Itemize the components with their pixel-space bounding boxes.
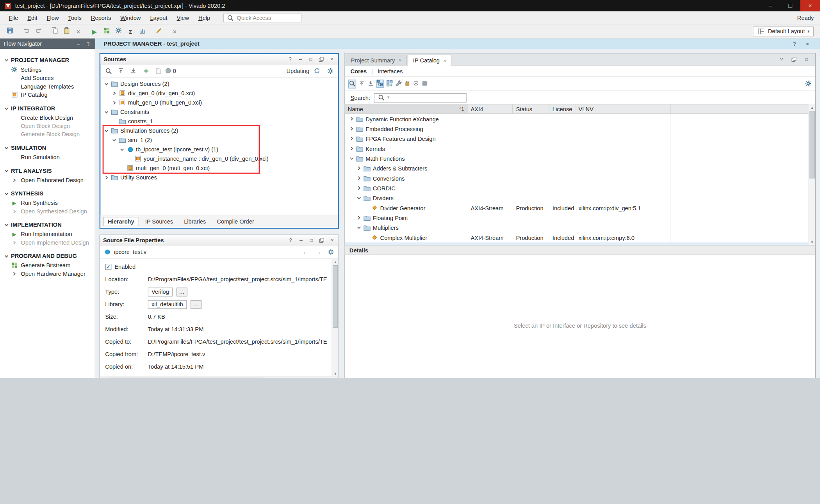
help-icon[interactable]: ? — [85, 40, 91, 47]
subtab-interfaces[interactable]: Interfaces — [378, 68, 403, 74]
scroll-up-arrow[interactable]: ▲ — [809, 104, 815, 110]
flownav-section-header[interactable]: IP INTEGRATOR — [0, 103, 95, 114]
sources-tree-item-mult-gen-0-mult-gen-0-xci[interactable]: mult_gen_0 (mult_gen_0.xci) — [100, 163, 338, 173]
catalog-row-multipliers[interactable]: Multipliers — [345, 223, 809, 232]
flownav-item-run-implementation[interactable]: ▶Run Implementation — [0, 230, 95, 238]
help-icon[interactable]: ? — [790, 39, 799, 48]
float-icon[interactable] — [318, 56, 324, 62]
close-tab-icon[interactable]: × — [443, 57, 446, 63]
flownav-section-header[interactable]: PROGRAM AND DEBUG — [0, 251, 95, 261]
chevron-right-icon[interactable] — [356, 186, 361, 190]
menu-icon[interactable]: ≡ — [75, 40, 82, 47]
menu-edit[interactable]: Edit — [23, 13, 42, 22]
run-icon[interactable]: ▶ — [89, 27, 101, 37]
float-icon[interactable] — [790, 55, 798, 63]
chevron-down-icon[interactable] — [103, 110, 109, 114]
copy-icon[interactable] — [48, 25, 61, 36]
delete-icon[interactable]: × — [72, 27, 84, 37]
flownav-item-settings[interactable]: Settings — [0, 65, 95, 74]
maximize-icon[interactable]: □ — [308, 56, 314, 62]
collapse-all-icon[interactable] — [116, 66, 126, 76]
chart-icon[interactable] — [136, 25, 148, 36]
gear-icon[interactable] — [325, 66, 335, 76]
add-icon[interactable] — [141, 66, 151, 76]
catalog-row-adders-subtracters[interactable]: Adders & Subtracters — [345, 163, 809, 173]
chevron-down-icon[interactable] — [349, 156, 354, 161]
chevron-right-icon[interactable] — [349, 126, 354, 131]
expand-all-icon[interactable] — [128, 66, 139, 76]
redo-icon[interactable] — [32, 25, 45, 36]
refresh-icon[interactable] — [312, 66, 323, 76]
enabled-checkbox[interactable]: ✓ — [105, 264, 111, 270]
undo-icon[interactable] — [20, 25, 32, 36]
flownav-item-run-simulation[interactable]: Run Simulation — [0, 153, 95, 161]
tab-hierarchy[interactable]: Hierarchy — [103, 217, 139, 226]
sources-tree-item-simulation-sources-2[interactable]: Simulation Sources (2) — [100, 126, 338, 135]
tab-project-summary[interactable]: Project Summary× — [346, 55, 407, 65]
tab-compile-order[interactable]: Compile Order — [212, 217, 258, 226]
sources-tree-item-tb-ipcore-test-ipcore-test-v-1[interactable]: tb_ipcore_test (ipcore_test.v) (1) — [100, 145, 338, 154]
flownav-section-header[interactable]: SYNTHESIS — [0, 188, 95, 199]
chevron-right-icon[interactable] — [356, 166, 361, 170]
more-button[interactable]: … — [190, 300, 201, 309]
add-ip-icon[interactable] — [387, 80, 393, 88]
catalog-row-divider-generator[interactable]: Divider GeneratorAXI4-StreamProductionIn… — [345, 203, 809, 213]
help-icon[interactable]: ? — [287, 237, 294, 243]
collapse-all-icon[interactable] — [359, 80, 365, 87]
flownav-item-open-block-design[interactable]: Open Block Design — [0, 122, 95, 130]
scrollbar-thumb[interactable] — [107, 378, 263, 378]
subtab-cores[interactable]: Cores — [351, 68, 367, 74]
catalog-row-complex-multiplier[interactable]: Complex MultiplierAXI4-StreamProductionI… — [345, 232, 809, 242]
chevron-right-icon[interactable] — [349, 117, 354, 121]
flownav-section-header[interactable]: PROJECT MANAGER — [0, 55, 95, 65]
catalog-row-kernels[interactable]: Kernels — [345, 144, 809, 153]
maximize-button[interactable]: □ — [781, 0, 800, 11]
catalog-row-dynamic-function-exchange[interactable]: Dynamic Function eXchange — [345, 114, 809, 124]
stop-icon[interactable] — [422, 80, 428, 87]
gear-icon[interactable] — [805, 80, 811, 88]
help-icon[interactable]: ? — [777, 55, 786, 63]
chevron-down-icon[interactable] — [103, 82, 109, 86]
library-input[interactable]: xil_defaultlib — [148, 300, 187, 309]
scroll-down-arrow[interactable]: ▼ — [809, 239, 815, 245]
menu-window[interactable]: Window — [116, 13, 145, 22]
flownav-item-ip-catalog[interactable]: IP Catalog — [0, 91, 95, 99]
scroll-up-arrow[interactable]: ▲ — [332, 259, 339, 265]
scroll-left-arrow[interactable]: ◀ — [100, 377, 106, 378]
flownav-item-language-templates[interactable]: Language Templates — [0, 82, 95, 91]
lock-icon[interactable] — [405, 80, 410, 87]
gear-icon[interactable] — [326, 248, 335, 256]
column-header-vlnv[interactable]: VLNV — [576, 105, 671, 114]
menu-tools[interactable]: Tools — [64, 13, 86, 22]
sources-tree-item-sim-1-2[interactable]: sim_1 (2) — [100, 135, 338, 145]
hierarchy-icon[interactable] — [376, 80, 384, 88]
chevron-down-icon[interactable] — [356, 195, 361, 200]
back-icon[interactable]: ← — [301, 248, 310, 256]
catalog-search-input[interactable]: ▾ — [374, 93, 466, 102]
flownav-item-create-block-design[interactable]: Create Block Design — [0, 114, 95, 122]
flownav-item-open-implemented-design[interactable]: Open Implemented Design — [0, 238, 95, 247]
save-icon[interactable] — [4, 25, 16, 36]
catalog-row-embedded-processing[interactable]: Embedded Processing — [345, 124, 809, 133]
close-tab-icon[interactable]: × — [399, 57, 402, 63]
type-combobox[interactable]: Verilog — [148, 287, 173, 296]
catalog-row-dividers[interactable]: Dividers — [345, 193, 809, 203]
close-icon[interactable]: × — [329, 237, 335, 243]
wrench-icon[interactable] — [396, 80, 402, 87]
sources-tree-item-constraints[interactable]: Constraints — [100, 107, 338, 117]
menu-help[interactable]: Help — [194, 13, 215, 22]
expand-all-icon[interactable] — [368, 80, 374, 87]
catalog-row-cordic[interactable]: CORDIC — [345, 183, 809, 193]
flownav-section-header[interactable]: IMPLEMENTATION — [0, 220, 95, 230]
paste-icon[interactable] — [61, 25, 73, 36]
flownav-item-run-synthesis[interactable]: ▶Run Synthesis — [0, 199, 95, 207]
minimize-icon[interactable]: – — [298, 237, 304, 243]
tab-ip-sources[interactable]: IP Sources — [141, 217, 178, 226]
chevron-right-icon[interactable] — [356, 176, 361, 181]
sources-tree-item-your-instance-name-div-gen-0-div-gen-0-xci[interactable]: your_instance_name : div_gen_0 (div_gen_… — [100, 154, 338, 163]
minimize-button[interactable]: – — [761, 0, 781, 11]
chevron-down-icon[interactable] — [103, 128, 109, 133]
menu-layout[interactable]: Layout — [145, 13, 172, 22]
menu-reports[interactable]: Reports — [86, 13, 116, 22]
catalog-row-math-functions[interactable]: Math Functions — [345, 153, 809, 163]
